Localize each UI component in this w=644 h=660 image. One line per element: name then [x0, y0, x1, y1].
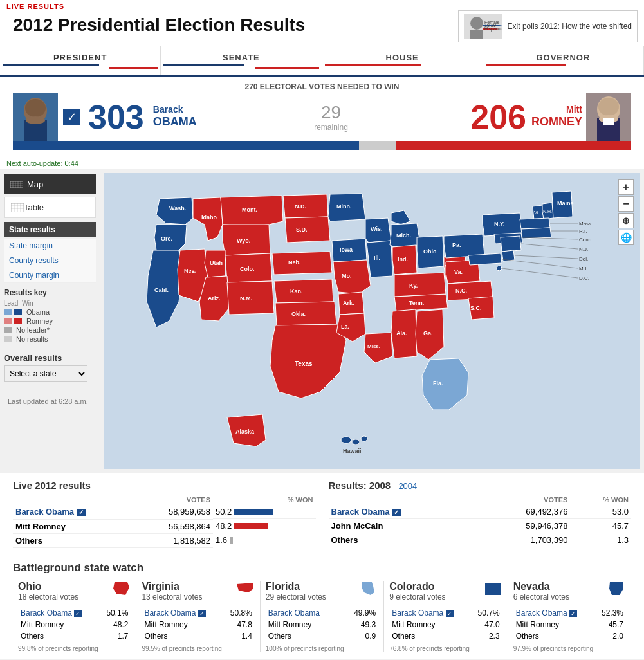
key-lead-romney-box [4, 318, 12, 324]
electoral-center: 29 remaining [197, 102, 465, 132]
state-margin-link[interactable]: State margin [4, 239, 96, 253]
tab-governor[interactable]: GOVERNOR [483, 46, 644, 75]
state-select[interactable]: Select a state [4, 365, 87, 382]
exit-polls-text[interactable]: Exit polls 2012: How the vote shifted [508, 22, 632, 31]
reset-button[interactable]: ⊕ [618, 213, 634, 228]
zoom-out-button[interactable]: − [618, 196, 634, 212]
results-key: Results key Lead Win Obama Romney No lea… [4, 288, 96, 343]
historical-results-table: Results: 2008 2004 VOTES % WON Barack Ob… [329, 480, 632, 548]
exit-polls-image: Female 18-29 Hispanic [464, 14, 502, 39]
svg-marker-48 [285, 217, 330, 243]
svg-marker-50 [272, 252, 332, 275]
votes-col-header: VOTES [136, 495, 213, 505]
county-results-link[interactable]: County results [4, 253, 96, 268]
map-button[interactable]: Map [4, 174, 96, 194]
svg-text:La.: La. [341, 324, 349, 330]
romney-photo [586, 93, 631, 141]
us-map[interactable]: Wash. Ore. Calif. Nev. Idaho [104, 173, 640, 469]
tab-senate[interactable]: SENATE [161, 46, 322, 75]
svg-marker-87 [394, 273, 446, 297]
svg-text:Neb.: Neb. [288, 259, 301, 266]
florida-map-icon [359, 581, 378, 597]
svg-text:Ill.: Ill. [374, 255, 380, 261]
win-label: Win [22, 300, 33, 307]
table-button[interactable]: Table [4, 197, 96, 218]
key-obama-label: Obama [26, 308, 50, 316]
results-section: Live 2012 results VOTES % WON Barack Oba… [0, 473, 644, 555]
svg-text:Md.: Md. [579, 266, 587, 271]
table-row: Others 1,818,582 1.6 [13, 533, 316, 547]
hist-votes-col-header: VOTES [477, 495, 571, 505]
table-row: Barack Obama ✓ 50.8% [143, 608, 253, 618]
svg-text:N.M.: N.M. [240, 295, 252, 302]
svg-text:Ind.: Ind. [398, 256, 408, 262]
florida-name: Florida [266, 581, 326, 592]
county-margin-link[interactable]: County margin [4, 268, 96, 283]
sidebar: Map Table State results State margin Cou… [0, 169, 100, 473]
svg-text:Iowa: Iowa [340, 246, 353, 253]
svg-text:Idaho: Idaho [201, 214, 217, 221]
last-updated: Last updated at 6:28 a.m. [4, 395, 96, 408]
svg-marker-54 [275, 302, 336, 325]
table-row: Barack Obama ✓ 69,492,376 53.0 [329, 505, 632, 519]
virginia-ev: 13 electoral votes [142, 592, 202, 601]
key-romney: Romney [4, 317, 96, 325]
svg-text:Ore.: Ore. [161, 235, 172, 242]
svg-text:Miss.: Miss. [367, 344, 380, 349]
key-no-leader-label: No leader* [16, 326, 50, 334]
florida-reporting: 100% of precincts reporting [266, 645, 378, 652]
nav-tabs: PRESIDENT SENATE HOUSE GOVERNOR [0, 46, 644, 77]
battleground-states: Ohio 18 electoral votes Barack Obama ✓ 5… [13, 581, 631, 652]
ohio-reporting: 99.8% of precincts reporting [18, 645, 131, 652]
svg-text:Hispanic: Hispanic [484, 26, 502, 32]
state-results-label: State results [4, 222, 96, 237]
election-map-svg: Wash. Ore. Calif. Nev. Idaho [104, 173, 640, 469]
obama-last-name: OBAMA [153, 115, 197, 129]
globe-button[interactable]: 🌐 [618, 230, 634, 245]
exit-polls-box[interactable]: Female 18-29 Hispanic Exit polls 2012: H… [458, 10, 638, 42]
svg-text:Okla.: Okla. [291, 311, 306, 317]
svg-text:N.C.: N.C. [455, 288, 467, 294]
virginia-name: Virginia [142, 581, 202, 592]
tab-president[interactable]: PRESIDENT [0, 46, 161, 75]
remaining-bar [359, 141, 396, 150]
table-row: Barack Obama ✓ 50.7% [391, 608, 501, 618]
zoom-in-button[interactable]: + [618, 179, 634, 195]
svg-text:Wis.: Wis. [371, 226, 382, 232]
battleground-section: Battleground state watch Ohio 18 elector… [0, 555, 644, 659]
results-key-title: Results key [4, 288, 96, 297]
lead-label: Lead [4, 300, 18, 307]
remaining-label: remaining [197, 123, 465, 132]
obama-check: ✓ [63, 109, 80, 125]
florida-ev: 29 electoral votes [266, 592, 326, 601]
svg-text:Mont.: Mont. [242, 206, 257, 213]
obama-photo [13, 93, 58, 141]
svg-text:Nev.: Nev. [184, 268, 196, 274]
key-obama: Obama [4, 308, 96, 316]
results-2004-link[interactable]: 2004 [398, 481, 417, 491]
nevada-reporting: 97.9% of precincts reporting [513, 645, 626, 652]
table-row: Mitt Romney 48.2 [19, 619, 129, 630]
svg-text:S.C.: S.C. [470, 305, 482, 311]
table-row: Others 1.4 [143, 631, 253, 641]
virginia-reporting: 99.5% of precincts reporting [142, 645, 254, 652]
colorado-reporting: 76.8% of precincts reporting [389, 645, 502, 652]
table-row: Others 0.9 [267, 631, 377, 641]
tab-house[interactable]: HOUSE [322, 46, 483, 75]
live-results-label: LIVE RESULTS [0, 0, 644, 10]
battleground-colorado: Colorado 9 electoral votes Barack Obama … [384, 581, 508, 652]
svg-text:Kan.: Kan. [290, 288, 303, 295]
svg-marker-113 [521, 228, 551, 239]
table-icon [11, 203, 24, 212]
table-row: Barack Obama ✓ 52.3% [515, 608, 625, 618]
table-row: Barack Obama ✓ 50.1% [19, 608, 129, 618]
key-win-romney-box [14, 318, 22, 324]
virginia-map-icon [235, 581, 255, 597]
table-row: Barack Obama 49.9% [267, 608, 377, 618]
key-win-obama-box [14, 309, 22, 315]
svg-text:N.Y.: N.Y. [494, 221, 505, 227]
auto-update: Next auto-update: 0:44 [0, 158, 644, 169]
colorado-results-table: Barack Obama ✓ 50.7% Mitt Romney 47.0 Ot… [389, 607, 502, 643]
svg-text:Vt.: Vt. [534, 210, 540, 215]
key-no-leader-box [4, 327, 12, 333]
